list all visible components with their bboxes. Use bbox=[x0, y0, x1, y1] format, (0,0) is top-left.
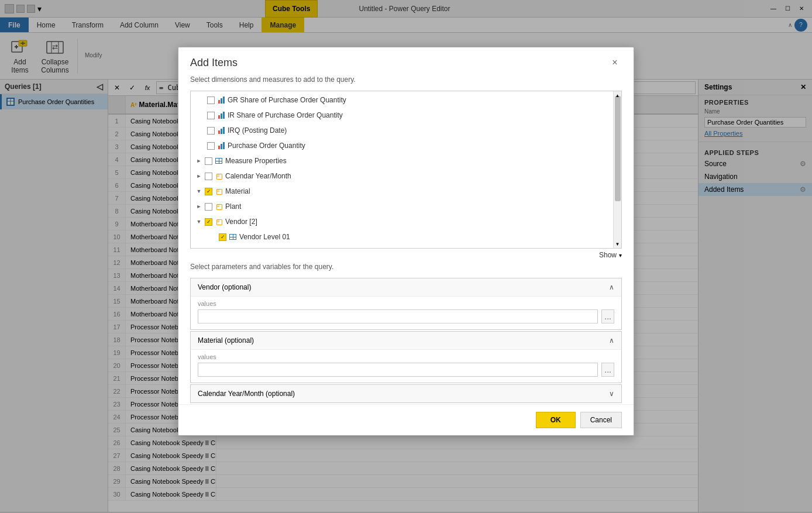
tree-label-poq: Purchase Order Quantity bbox=[228, 142, 305, 150]
param-chevron-material[interactable]: ∧ bbox=[609, 336, 614, 345]
add-items-modal: Add Items × Select dimensions and measur… bbox=[178, 47, 634, 436]
measure-icon-irq bbox=[217, 126, 225, 135]
param-input-row-material: ... bbox=[198, 363, 614, 377]
checkbox-calendar[interactable] bbox=[205, 173, 212, 180]
measure-icon-ir-share bbox=[217, 111, 225, 119]
tree-label-properties: Properties [3] bbox=[228, 248, 269, 249]
tree-label-ir-share: IR Share of Purchase Order Quantity bbox=[228, 111, 343, 119]
table-icon-vendor-level01 bbox=[229, 233, 237, 241]
param-header-vendor[interactable]: Vendor (optional) ∧ bbox=[191, 278, 621, 296]
tree-label-material: Material bbox=[225, 187, 250, 195]
param-header-calendar[interactable]: Calendar Year/Month (optional) ∨ bbox=[191, 385, 621, 402]
checkbox-irq[interactable] bbox=[207, 127, 215, 135]
param-dots-material[interactable]: ... bbox=[601, 363, 614, 377]
param-title-vendor: Vendor (optional) bbox=[198, 283, 251, 291]
measure-icon-gr-share bbox=[217, 96, 225, 104]
tree-label-plant: Plant bbox=[225, 202, 241, 211]
tree-item-ir-share[interactable]: IR Share of Purchase Order Quantity bbox=[191, 108, 621, 123]
param-group-calendar: Calendar Year/Month (optional) ∨ bbox=[190, 384, 622, 403]
show-chevron-icon[interactable]: ▾ bbox=[619, 252, 622, 259]
tree-scrollbar-thumb[interactable] bbox=[615, 96, 621, 201]
show-link[interactable]: Show bbox=[599, 251, 617, 259]
checkbox-plant[interactable] bbox=[205, 203, 212, 211]
table-icon-properties bbox=[217, 248, 225, 249]
modal-title: Add Items bbox=[190, 57, 238, 69]
tree-label-gr-share: GR Share of Purchase Order Quantity bbox=[228, 96, 346, 104]
param-values-label-vendor: values bbox=[198, 300, 614, 307]
show-row: Show ▾ bbox=[190, 249, 622, 261]
tree-label-irq: IRQ (Posting Date) bbox=[228, 126, 287, 135]
tree-item-poq[interactable]: Purchase Order Quantity bbox=[191, 138, 621, 153]
tree-label-vendor-level01: Vendor Level 01 bbox=[239, 233, 290, 241]
param-input-material[interactable] bbox=[198, 363, 598, 377]
tree-item-properties[interactable]: ▼ Properties [3] bbox=[191, 245, 621, 249]
modal-subtitle: Select dimensions and measures to add to… bbox=[178, 73, 634, 91]
param-title-material: Material (optional) bbox=[198, 336, 254, 345]
table-icon-measure-props bbox=[215, 157, 223, 165]
checkbox-vendor[interactable] bbox=[205, 218, 212, 226]
tree-arrow-plant[interactable]: ► bbox=[195, 203, 202, 210]
param-values-label-material: values bbox=[198, 353, 614, 360]
param-chevron-calendar[interactable]: ∨ bbox=[609, 390, 614, 398]
checkbox-poq[interactable] bbox=[207, 142, 215, 150]
tree-scroll-up[interactable]: ▲ bbox=[614, 91, 621, 99]
cancel-button[interactable]: Cancel bbox=[580, 412, 622, 428]
checkbox-properties[interactable] bbox=[207, 249, 215, 249]
tree-scrollbar-track[interactable]: ▲ ▼ bbox=[613, 91, 621, 248]
tree-arrow-measure-props[interactable]: ► bbox=[195, 157, 202, 164]
hierarchy-icon-vendor bbox=[215, 218, 223, 226]
param-body-material: values ... bbox=[191, 349, 621, 383]
tree-item-vendor[interactable]: ▼ Vendor [2] bbox=[191, 214, 621, 229]
tree-label-calendar: Calendar Year/Month bbox=[225, 172, 291, 180]
checkbox-gr-share[interactable] bbox=[207, 97, 215, 104]
checkbox-ir-share[interactable] bbox=[207, 112, 215, 119]
tree-item-material[interactable]: ▼ Material bbox=[191, 184, 621, 199]
hierarchy-icon-calendar bbox=[215, 172, 223, 180]
tree-item-measure-props[interactable]: ► Measure Properties bbox=[191, 153, 621, 168]
tree-arrow-calendar[interactable]: ► bbox=[195, 173, 202, 180]
tree-scroll-down[interactable]: ▼ bbox=[614, 240, 621, 248]
modal-body: GR Share of Purchase Order Quantity IR S… bbox=[178, 91, 634, 404]
tree-section[interactable]: GR Share of Purchase Order Quantity IR S… bbox=[190, 91, 622, 249]
param-input-row-vendor: ... bbox=[198, 309, 614, 323]
tree-item-plant[interactable]: ► Plant bbox=[191, 199, 621, 214]
param-input-vendor[interactable] bbox=[198, 309, 598, 323]
tree-arrow-vendor[interactable]: ▼ bbox=[195, 218, 202, 225]
tree-item-calendar[interactable]: ► Calendar Year/Month bbox=[191, 168, 621, 184]
params-section: Vendor (optional) ∧ values ... Materi bbox=[190, 278, 622, 404]
tree-arrow-material[interactable]: ▼ bbox=[195, 188, 202, 195]
param-title-calendar: Calendar Year/Month (optional) bbox=[198, 390, 295, 398]
param-chevron-vendor[interactable]: ∧ bbox=[609, 283, 614, 291]
modal-footer: OK Cancel bbox=[178, 404, 634, 435]
hierarchy-icon-material bbox=[215, 187, 223, 195]
checkbox-vendor-level01[interactable] bbox=[219, 233, 226, 241]
tree-item-irq[interactable]: IRQ (Posting Date) bbox=[191, 123, 621, 138]
param-dots-vendor[interactable]: ... bbox=[601, 309, 614, 323]
tree-item-gr-share[interactable]: GR Share of Purchase Order Quantity bbox=[191, 92, 621, 108]
checkbox-material[interactable] bbox=[205, 188, 212, 195]
tree-item-vendor-level01[interactable]: Vendor Level 01 bbox=[191, 229, 621, 245]
param-group-material: Material (optional) ∧ values ... bbox=[190, 331, 622, 383]
param-group-vendor: Vendor (optional) ∧ values ... bbox=[190, 278, 622, 330]
param-body-vendor: values ... bbox=[191, 296, 621, 329]
params-subtitle: Select parameters and variables for the … bbox=[190, 261, 622, 276]
checkbox-measure-props[interactable] bbox=[205, 157, 212, 165]
modal-close-button[interactable]: × bbox=[608, 56, 622, 70]
tree-label-measure-props: Measure Properties bbox=[225, 157, 287, 165]
tree-label-vendor: Vendor [2] bbox=[225, 218, 257, 226]
modal-header: Add Items × bbox=[178, 47, 634, 73]
modal-overlay: Add Items × Select dimensions and measur… bbox=[0, 0, 812, 513]
measure-icon-poq bbox=[217, 142, 225, 150]
param-header-material[interactable]: Material (optional) ∧ bbox=[191, 332, 621, 349]
hierarchy-icon-plant bbox=[215, 202, 223, 211]
ok-button[interactable]: OK bbox=[536, 412, 576, 428]
